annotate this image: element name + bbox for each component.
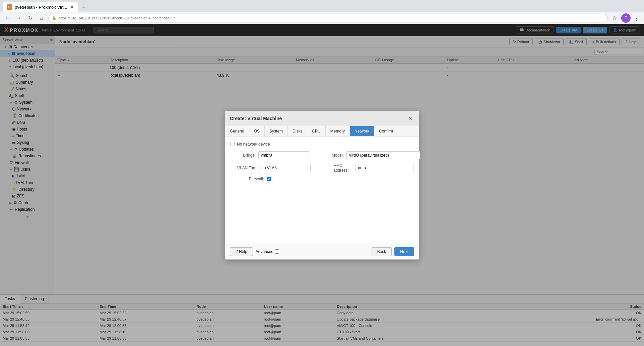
modal-overlay[interactable]: Create: Virtual Machine ✕ General OS Sys… — [0, 24, 644, 346]
bridge-select[interactable]: vmbr0 — [258, 151, 309, 159]
tab-close-button[interactable]: ✕ — [70, 4, 74, 10]
vlan-tag-select-wrapper: no VLAN — [259, 164, 311, 172]
no-network-checkbox[interactable] — [231, 142, 235, 146]
mac-address-label: MAC address: — [333, 163, 353, 173]
tab-disks[interactable]: Disks — [288, 126, 307, 136]
browser-tab-bar: P pvedebian - Proxmox Virt... ✕ + — [0, 0, 644, 12]
tab-title: pvedebian - Proxmox Virt... — [15, 5, 67, 10]
tab-memory[interactable]: Memory — [326, 126, 350, 136]
tab-confirm[interactable]: Confirm — [374, 126, 398, 136]
vlan-tag-label: VLAN Tag: — [231, 166, 256, 170]
tab-general[interactable]: General — [225, 126, 249, 136]
no-network-row: No network device — [231, 142, 413, 147]
ssl-icon: 🔒 — [52, 16, 57, 20]
modal-title: Create: Virtual Machine — [230, 116, 282, 121]
advanced-checkbox[interactable] — [275, 249, 279, 254]
no-network-label: No network device — [237, 142, 270, 147]
address-text: https://192.168.1.101:8006/#v1:0=node%2F… — [59, 16, 175, 20]
reload-button[interactable]: ↻ — [25, 13, 35, 23]
modal-footer: ? Help Advanced Back Next — [225, 244, 419, 259]
firewall-row: Firewall: — [231, 177, 413, 181]
model-select-wrapper: VirtIO (paravirtualized) — [346, 151, 413, 159]
help-icon: ? — [236, 249, 238, 254]
back-button[interactable]: ← — [3, 13, 12, 23]
browser-chrome: P pvedebian - Proxmox Virt... ✕ + ← → ↻ … — [0, 0, 644, 24]
bookmark-button[interactable]: ☆ — [610, 13, 619, 23]
advanced-check: Advanced — [256, 249, 279, 254]
vlan-tag-row: VLAN Tag: no VLAN MAC address: — [231, 163, 413, 173]
modal-body: No network device Bridge: vmbr0 Model: V… — [225, 137, 419, 244]
modal-tabs: General OS System Disks CPU Memory Netwo… — [225, 126, 419, 137]
home-button[interactable]: ⌂ — [37, 13, 46, 23]
firewall-checkbox[interactable] — [267, 177, 271, 181]
profile-icon[interactable]: P — [621, 13, 631, 23]
tab-os[interactable]: OS — [249, 126, 265, 136]
tab-network[interactable]: Network — [350, 126, 374, 136]
browser-tab[interactable]: P pvedebian - Proxmox Virt... ✕ — [3, 2, 78, 12]
modal-close-button[interactable]: ✕ — [406, 114, 414, 122]
model-label: Model: — [332, 153, 344, 158]
firewall-label: Firewall: — [231, 177, 264, 181]
bridge-row: Bridge: vmbr0 Model: VirtIO (paravirtual… — [231, 151, 413, 159]
bridge-label: Bridge: — [231, 153, 256, 158]
modal-header: Create: Virtual Machine ✕ — [225, 111, 419, 126]
next-button[interactable]: Next — [394, 247, 414, 256]
browser-menu-button[interactable]: ⋮ — [632, 13, 641, 23]
new-tab-button[interactable]: + — [79, 3, 89, 12]
forward-button[interactable]: → — [14, 13, 23, 23]
address-bar[interactable]: 🔒 https://192.168.1.101:8006/#v1:0=node%… — [48, 14, 608, 22]
create-vm-modal: Create: Virtual Machine ✕ General OS Sys… — [225, 111, 419, 260]
help-button[interactable]: ? Help — [230, 247, 253, 256]
tab-system[interactable]: System — [265, 126, 288, 136]
vlan-tag-select[interactable]: no VLAN — [259, 164, 311, 172]
tab-cpu[interactable]: CPU — [307, 126, 325, 136]
browser-toolbar: ← → ↻ ⌂ 🔒 https://192.168.1.101:8006/#v1… — [0, 12, 644, 24]
mac-address-input[interactable] — [356, 164, 413, 172]
bridge-select-wrapper: vmbr0 — [258, 151, 309, 159]
browser-toolbar-actions: P ⋮ — [621, 13, 641, 23]
back-button[interactable]: Back — [372, 247, 392, 256]
model-select[interactable]: VirtIO (paravirtualized) — [346, 151, 420, 159]
